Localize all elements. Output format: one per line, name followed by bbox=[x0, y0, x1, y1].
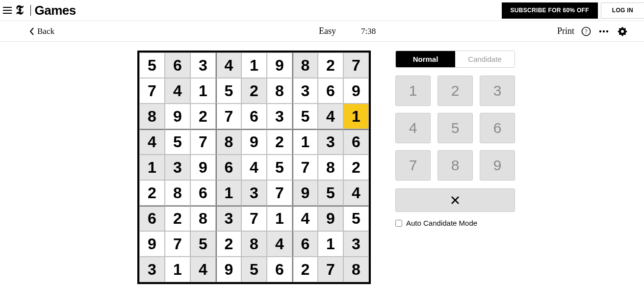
sudoku-cell[interactable]: 7 bbox=[190, 129, 216, 155]
sudoku-cell[interactable]: 1 bbox=[318, 231, 343, 257]
sudoku-cell[interactable]: 3 bbox=[343, 231, 369, 257]
sudoku-cell[interactable]: 4 bbox=[190, 257, 216, 282]
sudoku-cell[interactable]: 6 bbox=[139, 206, 165, 231]
sudoku-cell[interactable]: 9 bbox=[343, 78, 369, 104]
sudoku-cell[interactable]: 4 bbox=[216, 53, 241, 78]
keypad-3[interactable]: 3 bbox=[480, 76, 515, 106]
sudoku-cell[interactable]: 9 bbox=[165, 104, 190, 129]
sudoku-cell[interactable]: 7 bbox=[216, 104, 241, 129]
sudoku-cell[interactable]: 3 bbox=[292, 78, 318, 104]
sudoku-cell[interactable]: 5 bbox=[190, 231, 216, 257]
brand-logo[interactable]: 𝕿 Games bbox=[16, 3, 76, 18]
sudoku-cell[interactable]: 1 bbox=[241, 53, 267, 78]
sudoku-cell[interactable]: 4 bbox=[241, 155, 267, 180]
sudoku-cell[interactable]: 1 bbox=[343, 104, 369, 129]
sudoku-cell[interactable]: 6 bbox=[267, 257, 292, 282]
subscribe-button[interactable]: SUBSCRIBE FOR 60% OFF bbox=[502, 2, 598, 19]
more-icon[interactable] bbox=[599, 30, 609, 33]
sudoku-cell[interactable]: 8 bbox=[190, 206, 216, 231]
sudoku-cell[interactable]: 6 bbox=[343, 129, 369, 155]
sudoku-cell[interactable]: 5 bbox=[216, 78, 241, 104]
sudoku-cell[interactable]: 8 bbox=[165, 180, 190, 206]
sudoku-cell[interactable]: 4 bbox=[139, 129, 165, 155]
sudoku-cell[interactable]: 2 bbox=[318, 53, 343, 78]
sudoku-cell[interactable]: 1 bbox=[139, 155, 165, 180]
mode-candidate[interactable]: Candidate bbox=[455, 51, 515, 67]
menu-icon[interactable] bbox=[0, 0, 15, 21]
sudoku-cell[interactable]: 5 bbox=[292, 104, 318, 129]
keypad-8[interactable]: 8 bbox=[438, 150, 473, 181]
sudoku-cell[interactable]: 2 bbox=[139, 180, 165, 206]
sudoku-cell[interactable]: 8 bbox=[343, 257, 369, 282]
sudoku-cell[interactable]: 3 bbox=[267, 104, 292, 129]
sudoku-cell[interactable]: 4 bbox=[165, 78, 190, 104]
sudoku-cell[interactable]: 2 bbox=[267, 129, 292, 155]
sudoku-cell[interactable]: 4 bbox=[267, 231, 292, 257]
help-icon[interactable]: ? bbox=[581, 26, 591, 36]
sudoku-cell[interactable]: 5 bbox=[241, 257, 267, 282]
sudoku-cell[interactable]: 9 bbox=[267, 53, 292, 78]
sudoku-cell[interactable]: 8 bbox=[216, 129, 241, 155]
sudoku-cell[interactable]: 6 bbox=[190, 180, 216, 206]
sudoku-cell[interactable]: 5 bbox=[139, 53, 165, 78]
settings-icon[interactable] bbox=[618, 26, 627, 36]
sudoku-cell[interactable]: 1 bbox=[165, 257, 190, 282]
sudoku-cell[interactable]: 5 bbox=[267, 155, 292, 180]
keypad-5[interactable]: 5 bbox=[438, 113, 473, 143]
sudoku-cell[interactable]: 8 bbox=[318, 155, 343, 180]
sudoku-cell[interactable]: 7 bbox=[139, 78, 165, 104]
keypad-9[interactable]: 9 bbox=[480, 150, 515, 181]
sudoku-cell[interactable]: 6 bbox=[318, 78, 343, 104]
sudoku-cell[interactable]: 6 bbox=[292, 231, 318, 257]
sudoku-cell[interactable]: 8 bbox=[267, 78, 292, 104]
sudoku-cell[interactable]: 8 bbox=[139, 104, 165, 129]
sudoku-cell[interactable]: 6 bbox=[165, 53, 190, 78]
sudoku-cell[interactable]: 2 bbox=[241, 78, 267, 104]
sudoku-cell[interactable]: 9 bbox=[190, 155, 216, 180]
mode-normal[interactable]: Normal bbox=[396, 51, 455, 67]
sudoku-cell[interactable]: 3 bbox=[241, 180, 267, 206]
auto-candidate-toggle[interactable]: Auto Candidate Mode bbox=[395, 219, 515, 227]
sudoku-cell[interactable]: 3 bbox=[216, 206, 241, 231]
auto-candidate-checkbox[interactable] bbox=[395, 220, 402, 227]
keypad-6[interactable]: 6 bbox=[480, 113, 515, 143]
sudoku-cell[interactable]: 9 bbox=[241, 129, 267, 155]
keypad-2[interactable]: 2 bbox=[438, 76, 473, 106]
keypad-1[interactable]: 1 bbox=[395, 76, 431, 106]
sudoku-cell[interactable]: 2 bbox=[216, 231, 241, 257]
sudoku-cell[interactable]: 4 bbox=[343, 180, 369, 206]
sudoku-cell[interactable]: 7 bbox=[165, 231, 190, 257]
keypad-4[interactable]: 4 bbox=[395, 113, 431, 143]
sudoku-cell[interactable]: 6 bbox=[241, 104, 267, 129]
sudoku-cell[interactable]: 7 bbox=[241, 206, 267, 231]
sudoku-cell[interactable]: 2 bbox=[343, 155, 369, 180]
sudoku-cell[interactable]: 6 bbox=[216, 155, 241, 180]
sudoku-cell[interactable]: 1 bbox=[267, 206, 292, 231]
sudoku-cell[interactable]: 7 bbox=[267, 180, 292, 206]
sudoku-cell[interactable]: 9 bbox=[292, 180, 318, 206]
sudoku-cell[interactable]: 2 bbox=[165, 206, 190, 231]
sudoku-cell[interactable]: 3 bbox=[139, 257, 165, 282]
sudoku-cell[interactable]: 5 bbox=[318, 180, 343, 206]
sudoku-cell[interactable]: 4 bbox=[318, 104, 343, 129]
sudoku-cell[interactable]: 9 bbox=[318, 206, 343, 231]
sudoku-cell[interactable]: 2 bbox=[292, 257, 318, 282]
sudoku-cell[interactable]: 7 bbox=[343, 53, 369, 78]
sudoku-cell[interactable]: 5 bbox=[343, 206, 369, 231]
sudoku-cell[interactable]: 3 bbox=[190, 53, 216, 78]
sudoku-cell[interactable]: 9 bbox=[216, 257, 241, 282]
sudoku-cell[interactable]: 2 bbox=[190, 104, 216, 129]
keypad-7[interactable]: 7 bbox=[395, 150, 431, 181]
sudoku-cell[interactable]: 1 bbox=[190, 78, 216, 104]
sudoku-cell[interactable]: 1 bbox=[216, 180, 241, 206]
sudoku-cell[interactable]: 3 bbox=[165, 155, 190, 180]
sudoku-cell[interactable]: 1 bbox=[292, 129, 318, 155]
sudoku-cell[interactable]: 7 bbox=[318, 257, 343, 282]
sudoku-cell[interactable]: 7 bbox=[292, 155, 318, 180]
sudoku-cell[interactable]: 8 bbox=[292, 53, 318, 78]
sudoku-cell[interactable]: 5 bbox=[165, 129, 190, 155]
sudoku-cell[interactable]: 3 bbox=[318, 129, 343, 155]
sudoku-cell[interactable]: 9 bbox=[139, 231, 165, 257]
back-button[interactable]: Back bbox=[29, 26, 54, 36]
print-button[interactable]: Print bbox=[557, 26, 574, 36]
